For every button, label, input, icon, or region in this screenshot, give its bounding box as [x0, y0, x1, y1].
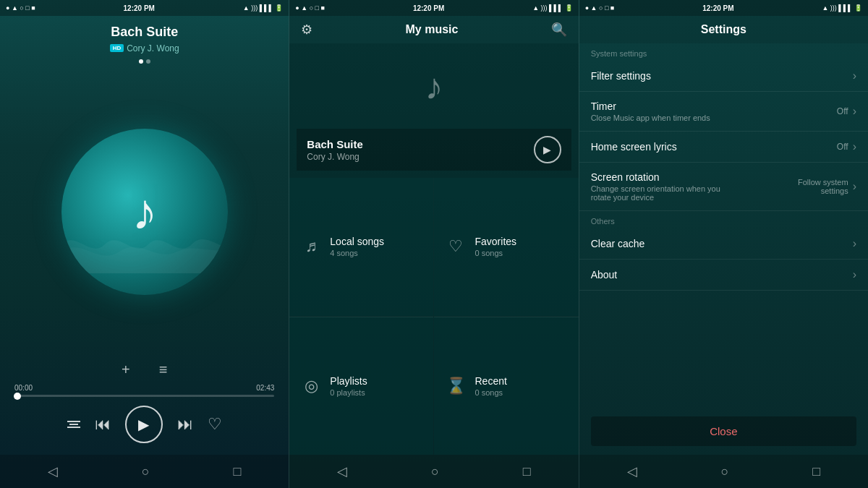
recent-count: 0 songs — [475, 388, 506, 397]
action-buttons: + ≡ — [14, 361, 274, 378]
screen-rotation-chevron: › — [853, 180, 856, 193]
favorites-count: 0 songs — [475, 249, 516, 257]
settings-icon-button[interactable]: ⚙ — [301, 22, 312, 38]
status-right-1: ▲ ))) ▌▌▌ 🔋 — [243, 4, 284, 12]
music-note-icon: ♪ — [132, 183, 157, 241]
eq-line-1 — [67, 421, 80, 422]
add-to-playlist-button[interactable]: + — [122, 361, 130, 378]
prev-track-button[interactable]: ⏮ — [95, 415, 111, 434]
progress-times: 00:00 02:43 — [14, 384, 274, 392]
home-nav-button-1[interactable]: ○ — [133, 461, 158, 482]
page-dots — [14, 59, 274, 64]
network-icons-3: ▲ ))) ▌▌▌ 🔋 — [822, 4, 862, 12]
equalizer-button[interactable] — [67, 421, 80, 428]
clear-cache-chevron: › — [853, 237, 856, 250]
about-right: › — [853, 268, 856, 281]
timer-subtitle: Close Music app when timer ends — [591, 114, 710, 122]
controls-area: + ≡ 00:00 02:43 ⏮ ▶ ⏭ ♡ — [0, 356, 289, 455]
home-screen-lyrics-title: Home screen lyrics — [591, 141, 677, 153]
about-chevron: › — [853, 268, 856, 281]
album-art-container: ♪ — [0, 68, 289, 356]
recent-label: Recent — [475, 375, 506, 387]
dot-2 — [146, 59, 150, 64]
screen-rotation-item[interactable]: Screen rotation Change screen orientatio… — [579, 163, 868, 211]
home-nav-button-3[interactable]: ○ — [712, 461, 737, 482]
status-bar-3: ● ▲ ○ □ ■ 12:20 PM ▲ ))) ▌▌▌ 🔋 — [579, 0, 868, 16]
search-icon-button[interactable]: 🔍 — [551, 22, 567, 38]
about-item[interactable]: About › — [579, 260, 868, 291]
status-right-3: ▲ ))) ▌▌▌ 🔋 — [822, 4, 862, 12]
queue-button[interactable]: ≡ — [159, 361, 168, 378]
filter-settings-left: Filter settings — [591, 70, 651, 82]
timer-value: Off — [837, 106, 848, 116]
featured-track-info: Bach Suite Cory J. Wong — [307, 138, 363, 162]
local-songs-count: 4 songs — [330, 249, 384, 257]
status-icons-2: ● ▲ ○ □ ■ — [295, 4, 325, 12]
home-screen-lyrics-item[interactable]: Home screen lyrics Off › — [579, 132, 868, 163]
eq-line-2 — [69, 424, 78, 425]
back-nav-button-1[interactable]: ◁ — [39, 461, 67, 482]
status-time-3: 12:20 PM — [702, 4, 733, 12]
timer-title: Timer — [591, 100, 710, 112]
next-track-button[interactable]: ⏭ — [177, 415, 193, 434]
local-songs-item[interactable]: ♬ Local songs 4 songs — [289, 178, 433, 316]
status-icons-3: ● ▲ ○ □ ■ — [585, 4, 615, 12]
close-button[interactable]: Close — [591, 416, 856, 446]
clear-cache-item[interactable]: Clear cache › — [579, 228, 868, 260]
favorite-button[interactable]: ♡ — [208, 415, 222, 434]
home-nav-button-2[interactable]: ○ — [422, 461, 448, 482]
featured-area: ♪ Bach Suite Cory J. Wong ▶ — [289, 43, 578, 178]
local-songs-icon: ♬ — [301, 237, 321, 256]
dot-1 — [139, 59, 143, 64]
timer-left: Timer Close Music app when timer ends — [591, 100, 710, 122]
screen-rotation-title: Screen rotation — [591, 171, 737, 183]
recent-item[interactable]: ⌛ Recent 0 songs — [434, 317, 578, 455]
featured-track-artist: Cory J. Wong — [307, 152, 363, 162]
local-songs-info: Local songs 4 songs — [330, 236, 384, 257]
home-screen-lyrics-left: Home screen lyrics — [591, 141, 677, 153]
status-left-2: ● ▲ ○ □ ■ — [295, 4, 325, 12]
favorites-info: Favorites 0 songs — [475, 236, 516, 257]
featured-play-button[interactable]: ▶ — [534, 136, 561, 163]
recent-nav-button-2[interactable]: □ — [514, 461, 540, 482]
track-artist: Cory J. Wong — [127, 43, 179, 53]
play-pause-button[interactable]: ▶ — [125, 406, 163, 443]
timer-item[interactable]: Timer Close Music app when timer ends Of… — [579, 92, 868, 132]
featured-track[interactable]: Bach Suite Cory J. Wong ▶ — [297, 129, 571, 171]
local-songs-label: Local songs — [330, 236, 384, 247]
now-playing-header: Bach Suite HD Cory J. Wong — [0, 16, 289, 68]
home-screen-lyrics-chevron: › — [853, 140, 856, 153]
settings-title: Settings — [701, 23, 746, 36]
about-left: About — [591, 269, 618, 281]
nav-bar-3: ◁ ○ □ — [579, 455, 868, 488]
now-playing-panel: ● ▲ ○ □ ■ 12:20 PM ▲ ))) ▌▌▌ 🔋 Bach Suit… — [0, 0, 289, 488]
back-nav-button-3[interactable]: ◁ — [618, 461, 646, 482]
favorites-icon: ♡ — [446, 237, 466, 256]
status-left-3: ● ▲ ○ □ ■ — [585, 4, 615, 12]
clear-cache-title: Clear cache — [591, 238, 645, 249]
recent-info: Recent 0 songs — [475, 375, 506, 397]
my-music-panel: ● ▲ ○ □ ■ 12:20 PM ▲ ))) ▌▌▌ 🔋 ⚙ My musi… — [289, 0, 578, 488]
timer-chevron: › — [853, 105, 856, 118]
back-nav-button-2[interactable]: ◁ — [328, 461, 356, 482]
status-icons-1: ● ▲ ○ □ ■ — [6, 4, 35, 12]
settings-header: Settings — [579, 16, 868, 43]
recent-icon: ⌛ — [446, 377, 466, 395]
nav-bar-2: ◁ ○ □ — [289, 455, 578, 488]
status-left-1: ● ▲ ○ □ ■ — [6, 4, 35, 12]
screen-rotation-left: Screen rotation Change screen orientatio… — [591, 171, 737, 202]
progress-bar[interactable] — [14, 395, 274, 397]
home-screen-lyrics-right: Off › — [837, 140, 856, 153]
featured-track-title: Bach Suite — [307, 138, 363, 150]
settings-panel: ● ▲ ○ □ ■ 12:20 PM ▲ ))) ▌▌▌ 🔋 Settings … — [579, 0, 868, 488]
filter-settings-right: › — [853, 69, 856, 82]
favorites-item[interactable]: ♡ Favorites 0 songs — [434, 178, 578, 316]
playlists-item[interactable]: ◎ Playlists 0 playlists — [289, 317, 433, 455]
playlists-info: Playlists 0 playlists — [330, 375, 367, 397]
screen-rotation-value: Follow system settings — [776, 178, 848, 195]
status-right-2: ▲ ))) ▌▌▌ 🔋 — [532, 4, 573, 12]
recent-nav-button-3[interactable]: □ — [804, 461, 829, 482]
time-current: 00:00 — [14, 384, 33, 392]
filter-settings-item[interactable]: Filter settings › — [579, 61, 868, 92]
recent-nav-button-1[interactable]: □ — [225, 461, 250, 482]
